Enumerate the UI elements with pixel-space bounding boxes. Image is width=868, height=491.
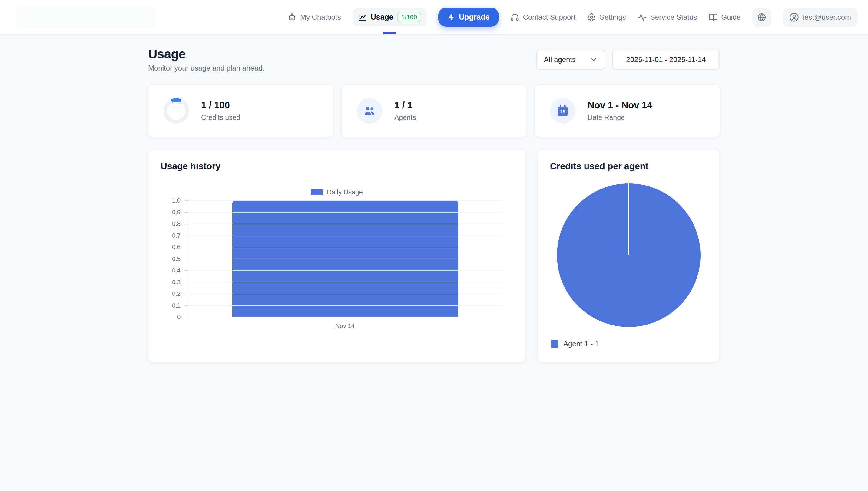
calendar-icon-circle: 19 — [550, 98, 576, 123]
date-range-card-label: Date Range — [588, 114, 652, 122]
credits-progress-ring — [164, 98, 189, 123]
main-content: Usage Monitor your usage and plan ahead.… — [148, 34, 720, 362]
gridline — [188, 235, 502, 236]
legend-swatch-agent-1 — [551, 340, 558, 348]
bar-chart-y-axis: 1.00.90.80.70.60.50.40.30.20.10 — [161, 200, 180, 317]
nav-item-settings[interactable]: Settings — [587, 13, 626, 22]
user-account-button[interactable]: test@user.com — [783, 8, 858, 27]
user-avatar-icon — [789, 12, 799, 22]
pie-chart-area — [550, 171, 707, 339]
y-tick-mark — [185, 259, 188, 259]
stat-cards-row: 1 / 100 Credits used 1 / 1 Agents — [148, 84, 720, 137]
stat-card-credits: 1 / 100 Credits used — [148, 84, 333, 137]
header-controls: All agents 2025-11-01 - 2025-11-14 — [536, 50, 720, 69]
pie-chart[interactable] — [557, 183, 701, 327]
legend-label-agent-1: Agent 1 - 1 — [563, 340, 599, 348]
nav-label-guide: Guide — [721, 13, 741, 22]
date-range-input[interactable]: 2025-11-01 - 2025-11-14 — [612, 50, 720, 69]
agents-value: 1 / 1 — [394, 100, 416, 111]
y-tick-mark — [185, 247, 188, 247]
legend-swatch-daily-usage — [311, 190, 323, 195]
page-header: Usage Monitor your usage and plan ahead.… — [148, 47, 720, 73]
book-open-icon — [709, 13, 718, 22]
line-chart-icon — [358, 13, 367, 22]
page-title: Usage — [148, 47, 264, 61]
nav-label-my-chatbots: My Chatbots — [300, 13, 341, 22]
page-subtitle: Monitor your usage and plan ahead. — [148, 64, 264, 73]
gridline — [188, 270, 502, 271]
top-navbar: My Chatbots Usage 1/100 Upgrade Contact … — [0, 0, 868, 34]
credits-label: Credits used — [201, 114, 240, 122]
usage-history-title: Usage history — [161, 161, 513, 171]
agent-filter-select[interactable]: All agents — [536, 50, 606, 69]
y-tick-label: 0.5 — [172, 256, 180, 262]
globe-icon — [757, 13, 766, 22]
nav-label-settings: Settings — [600, 13, 626, 22]
active-tab-indicator — [383, 32, 396, 34]
legend-label-daily-usage: Daily Usage — [327, 188, 363, 196]
agent-filter-value: All agents — [544, 55, 576, 64]
y-tick-label: 0 — [177, 314, 180, 320]
language-button[interactable] — [752, 8, 771, 27]
bar-chart-legend: Daily Usage — [161, 188, 513, 196]
bar-chart: 1.00.90.80.70.60.50.40.30.20.10 Nov 14 — [161, 200, 513, 330]
y-tick-label: 0.1 — [172, 302, 180, 309]
gridline — [188, 247, 502, 247]
stat-card-date-range: 19 Nov 1 - Nov 14 Date Range — [535, 84, 720, 137]
bot-icon — [287, 13, 297, 22]
nav-label-service-status: Service Status — [650, 13, 697, 22]
y-tick-mark — [185, 212, 188, 212]
gridline — [188, 294, 502, 294]
y-tick-mark — [185, 235, 188, 236]
date-range-card-value: Nov 1 - Nov 14 — [588, 100, 652, 111]
charts-row: Usage history Daily Usage 1.00.90.80.70.… — [148, 149, 720, 362]
credits-per-agent-title: Credits used per agent — [550, 161, 707, 171]
pie-chart-legend: Agent 1 - 1 — [550, 339, 707, 350]
nav-item-contact-support[interactable]: Contact Support — [510, 13, 576, 22]
agents-icon-circle — [357, 98, 382, 123]
usage-history-card: Usage history Daily Usage 1.00.90.80.70.… — [148, 149, 526, 362]
nav-label-contact-support: Contact Support — [523, 13, 576, 22]
gridline — [188, 200, 502, 201]
y-tick-label: 0.8 — [172, 221, 180, 227]
y-tick-mark — [185, 282, 188, 283]
y-tick-mark — [185, 200, 188, 201]
logo-placeholder — [17, 6, 156, 28]
y-tick-mark — [185, 270, 188, 271]
scroll-rail-line — [144, 158, 144, 354]
headset-icon — [510, 13, 520, 22]
svg-text:19: 19 — [560, 109, 565, 114]
gridline — [188, 317, 502, 317]
date-range-value: 2025-11-01 - 2025-11-14 — [626, 55, 706, 64]
upgrade-button[interactable]: Upgrade — [438, 7, 499, 27]
gear-icon — [587, 13, 596, 22]
chevron-down-icon — [590, 56, 597, 64]
calendar-icon: 19 — [556, 104, 569, 117]
gridline — [188, 224, 502, 224]
users-icon — [363, 104, 376, 117]
nav-item-service-status[interactable]: Service Status — [638, 13, 697, 22]
activity-pulse-icon — [638, 13, 647, 22]
bar-chart-x-label: Nov 14 — [188, 322, 502, 329]
y-tick-label: 0.2 — [172, 291, 180, 297]
nav-label-usage: Usage — [371, 13, 393, 22]
user-email: test@user.com — [803, 13, 851, 22]
stat-card-agents: 1 / 1 Agents — [341, 84, 527, 137]
y-tick-mark — [185, 306, 188, 306]
nav-item-guide[interactable]: Guide — [709, 13, 741, 22]
y-tick-mark — [185, 294, 188, 294]
credits-value: 1 / 100 — [201, 100, 240, 111]
lightning-bolt-icon — [447, 13, 455, 21]
nav-item-usage[interactable]: Usage 1/100 — [353, 8, 427, 26]
y-tick-label: 1.0 — [172, 197, 180, 203]
y-tick-label: 0.6 — [172, 244, 180, 250]
gridline — [188, 212, 502, 212]
y-tick-label: 0.4 — [172, 267, 180, 273]
gridline — [188, 306, 502, 306]
agents-label: Agents — [394, 114, 416, 122]
nav-item-my-chatbots[interactable]: My Chatbots — [287, 13, 341, 22]
credits-per-agent-card: Credits used per agent Agent 1 - 1 — [538, 149, 720, 362]
y-tick-mark — [185, 224, 188, 224]
upgrade-label: Upgrade — [459, 13, 489, 22]
y-tick-label: 0.3 — [172, 279, 180, 285]
